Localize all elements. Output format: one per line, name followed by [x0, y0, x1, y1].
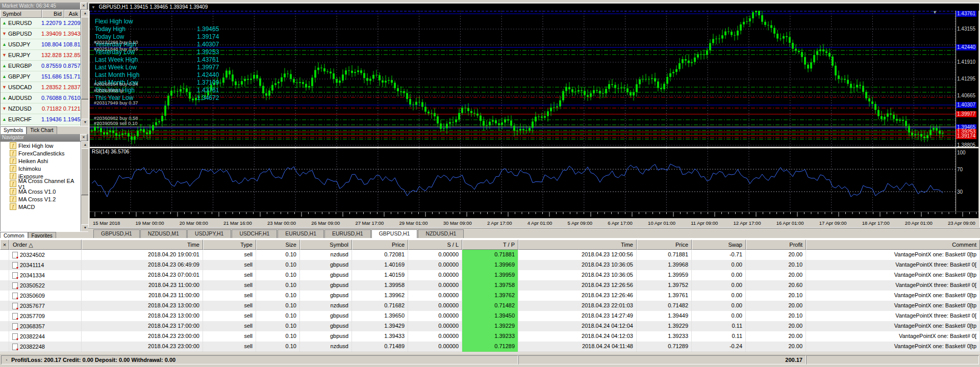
script-icon: ƒ — [10, 203, 16, 210]
order-row[interactable]: 203413342018.04.23 07:00:01sell0.10gbpus… — [0, 270, 980, 280]
order-row[interactable]: 203577092018.04.23 13:00:00sell0.10gbpus… — [0, 311, 980, 321]
market-watch-title[interactable]: Market Watch: 06:34:45 × — [0, 3, 88, 10]
market-watch-row[interactable]: ▼NZDUSD0.711820.71213 — [1, 103, 81, 114]
chart-tab-nzdusd-m1[interactable]: NZDUSD,M1 — [140, 229, 187, 238]
rsi-axis[interactable]: 1007030 — [956, 148, 978, 212]
market-watch-row[interactable]: ▲GBPJPY151.686151.719 — [1, 71, 81, 82]
price-axis[interactable]: 1.437611.431551.424401.419101.412951.406… — [956, 11, 978, 147]
navigator-item[interactable]: ƒMA Cross Channel EA V1 — [1, 180, 81, 188]
column-time[interactable]: Time — [82, 240, 203, 250]
column-swap[interactable]: Swap — [692, 240, 746, 250]
cell-type: sell — [203, 291, 256, 301]
column-bid[interactable]: Bid — [42, 10, 64, 18]
bid-value: 1.39409 — [40, 31, 63, 37]
column-price[interactable]: Price — [352, 240, 408, 250]
market-watch-scrollbar[interactable]: ▲ ▼ — [81, 10, 89, 126]
chart-tab-usdchf-h1[interactable]: USDCHF,H1 — [232, 229, 277, 238]
price-chart-plot[interactable]: Flexi High lowToday High1.39465Today Low… — [90, 11, 956, 147]
cell-time: 2018.04.23 12:26:56 — [518, 280, 637, 291]
market-watch-row[interactable]: ▲EURCHF1.194361.19458 — [1, 114, 81, 125]
column-symbol[interactable]: Symbol — [0, 10, 42, 18]
column-ask[interactable]: Ask — [64, 10, 81, 18]
column-symbol[interactable]: Symbol — [300, 240, 352, 250]
market-watch-row[interactable]: ▲AUDUSD0.760880.76107 — [1, 93, 81, 103]
navigator-scrollbar[interactable]: ▲ ▼ — [81, 141, 89, 232]
profit-loss-text: Profit/Loss: 200.17 Credit: 0.00 Deposit… — [11, 357, 175, 363]
price-level-badge: 1.39174 — [956, 133, 976, 139]
close-icon[interactable]: × — [80, 3, 87, 10]
navigator-item[interactable]: ƒIchimoku — [1, 165, 81, 172]
up-arrow-icon: ▲ — [2, 42, 7, 47]
price-tick: 1.41910 — [957, 59, 975, 65]
market-watch-row[interactable]: ▼EURJPY132.828132.851 — [1, 50, 81, 61]
cell-type: sell — [203, 270, 256, 280]
cell-order: 20341114 — [9, 260, 82, 270]
chart-tab-eurusd-h1[interactable]: EURUSD,H1 — [278, 229, 324, 238]
cell-price: 0.71489 — [352, 342, 408, 352]
order-row[interactable]: 203576772018.04.23 13:00:00sell0.10nzdus… — [0, 301, 980, 311]
column-t-p[interactable]: T / P — [462, 240, 518, 250]
cell-profit: 20.00 — [746, 270, 806, 280]
navigator-item[interactable]: ƒHeiken Ashi — [1, 157, 81, 165]
order-line-label: #20232268 buy 0.10 — [94, 39, 138, 45]
cell-s-l: 0.00000 — [408, 291, 462, 301]
navigator-item[interactable]: ƒFlexi High low — [1, 142, 81, 149]
time-axis-labels[interactable]: 15 Mar 201819 Mar 00:0020 Mar 08:0021 Ma… — [90, 218, 978, 227]
market-watch-row[interactable]: ▲EURUSD1.220791.22093 — [1, 18, 81, 29]
close-icon[interactable]: × — [80, 134, 87, 141]
annotation-value: 1.42440 — [197, 71, 219, 78]
tab-symbols[interactable]: Symbols — [0, 126, 27, 134]
time-axis-label: 30 Mar 09:00 — [443, 220, 472, 226]
cell-size: 0.10 — [256, 291, 300, 301]
cell-symbol: gbpusd — [300, 311, 352, 321]
market-watch-row[interactable]: ▼USDCAD1.283521.28372 — [1, 82, 81, 93]
order-row[interactable]: 203245022018.04.20 19:00:01sell0.10nzdus… — [0, 250, 980, 260]
navigator-item[interactable]: ƒForexCandlesticks — [1, 149, 81, 157]
order-row[interactable]: 203822482018.04.23 23:00:00sell0.10nzdus… — [0, 342, 980, 352]
order-row[interactable]: 203822442018.04.23 23:00:00sell0.10gbpus… — [0, 331, 980, 342]
order-row[interactable]: 203505222018.04.23 11:00:00sell0.10gbpus… — [0, 280, 980, 291]
collapse-icon[interactable]: ▼ — [91, 5, 95, 10]
orders-close-button[interactable]: × — [0, 240, 9, 250]
rsi-plot[interactable]: RSI(14) 36.5706 — [90, 148, 956, 212]
column-price[interactable]: Price — [637, 240, 692, 250]
chart-tab-nzdusd-h1[interactable]: NZDUSD,H1 — [418, 229, 464, 238]
navigator-title[interactable]: Navigator × — [0, 134, 88, 141]
cell-t-p: 1.39229 — [462, 321, 518, 331]
navigator-item[interactable]: ƒMACD — [1, 203, 81, 211]
column-time[interactable]: Time — [518, 240, 637, 250]
cell-t-p: 1.39233 — [462, 331, 518, 342]
column-comment[interactable]: Comment — [806, 240, 980, 250]
market-watch-row[interactable]: ▲EURGBP0.875590.87577 — [1, 61, 81, 71]
cell-profit: 20.00 — [746, 301, 806, 311]
orders-table-header: ×Order △TimeTypeSizeSymbolPriceS / LT / … — [0, 240, 980, 250]
column-profit[interactable]: Profit — [746, 240, 806, 250]
order-id: 20341334 — [20, 272, 45, 278]
order-row[interactable]: 203683572018.04.23 17:00:00sell0.10gbpus… — [0, 321, 980, 331]
cell-order: 20368357 — [9, 321, 82, 331]
order-line-label: #20268164 buy 0.24 — [94, 81, 138, 87]
market-watch-row[interactable]: ▼GBPUSD1.394091.39430 — [1, 29, 81, 39]
cell-swap: 0.00 — [692, 311, 746, 321]
chart-tab-usdjpy-h1[interactable]: USDJPY,H1 — [187, 229, 231, 238]
cell-swap: 0.11 — [692, 331, 746, 342]
market-watch-row[interactable]: ▲USDJPY108.804108.817 — [1, 39, 81, 50]
column-s-l[interactable]: S / L — [408, 240, 462, 250]
navigator-item[interactable]: ƒMA Cross V1.2 — [1, 195, 81, 203]
chart-window: ▼ GBPUSD,H1 1.39415 1.39465 1.39394 1.39… — [88, 3, 980, 228]
cell-price: 1.39650 — [352, 311, 408, 321]
column-order[interactable]: Order △ — [9, 240, 82, 250]
symbol-cell: ▲EURCHF — [1, 116, 40, 122]
cell-time: 2018.04.23 22:01:03 — [518, 301, 637, 311]
column-size[interactable]: Size — [256, 240, 300, 250]
tab-tick-chart[interactable]: Tick Chart — [27, 126, 57, 134]
order-row[interactable]: 203506092018.04.23 11:00:00sell0.10gbpus… — [0, 291, 980, 301]
chart-title-bar[interactable]: ▼ GBPUSD,H1 1.39415 1.39465 1.39394 1.39… — [89, 4, 979, 11]
chart-tab-gbpusd-h1[interactable]: GBPUSD,H1 — [371, 229, 418, 238]
chart-tab-eurusd-h1[interactable]: EURUSD,H1 — [324, 229, 371, 238]
cell-t-p: 1.39969 — [462, 260, 518, 270]
order-row[interactable]: 203411142018.04.23 06:49:09sell0.10gbpus… — [0, 260, 980, 270]
chart-shift-icon[interactable]: ▼ — [933, 11, 937, 15]
column-type[interactable]: Type — [203, 240, 256, 250]
chart-tab-gbpusd-h1[interactable]: GBPUSD,H1 — [93, 229, 140, 238]
